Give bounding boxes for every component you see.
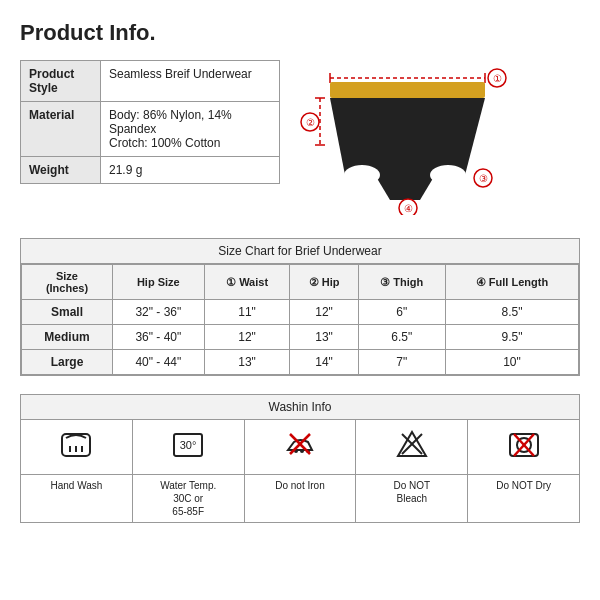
product-info-label: Weight bbox=[21, 157, 101, 184]
product-info-value: 21.9 g bbox=[101, 157, 280, 184]
size-chart-header: ② Hip bbox=[290, 265, 358, 300]
size-chart-header: Size (Inches) bbox=[22, 265, 113, 300]
size-chart-container: Size Chart for Brief Underwear Size (Inc… bbox=[20, 238, 580, 376]
underwear-diagram: ① ② ③ ④ bbox=[300, 60, 510, 215]
svg-rect-5 bbox=[330, 82, 485, 98]
wash-label: Do not Iron bbox=[245, 475, 357, 522]
svg-marker-7 bbox=[375, 175, 435, 200]
size-value: 12" bbox=[290, 300, 358, 325]
size-chart-row: Small32" - 36"11"12"6"8.5" bbox=[22, 300, 579, 325]
svg-text:30°: 30° bbox=[180, 439, 197, 451]
top-section: Product StyleSeamless Breif UnderwearMat… bbox=[20, 60, 580, 220]
size-label: Large bbox=[22, 350, 113, 375]
size-chart-row: Medium36" - 40"12"13"6.5"9.5" bbox=[22, 325, 579, 350]
size-value: 9.5" bbox=[445, 325, 578, 350]
wash-info-container: Washin Info 30° bbox=[20, 394, 580, 523]
size-value: 40" - 44" bbox=[112, 350, 204, 375]
wash-label: Water Temp. 30C or 65-85F bbox=[133, 475, 245, 522]
wash-label: Do NOT Bleach bbox=[356, 475, 468, 522]
size-chart-table: Size (Inches)Hip Size① Waist② Hip③ Thigh… bbox=[21, 264, 579, 375]
size-label: Small bbox=[22, 300, 113, 325]
wash-icon-no-bleach bbox=[356, 420, 468, 474]
svg-text:②: ② bbox=[306, 117, 315, 128]
svg-text:③: ③ bbox=[479, 173, 488, 184]
size-value: 36" - 40" bbox=[112, 325, 204, 350]
diagram-area: ① ② ③ ④ bbox=[300, 60, 520, 220]
product-info-value: Seamless Breif Underwear bbox=[101, 61, 280, 102]
svg-marker-6 bbox=[330, 98, 485, 175]
size-value: 13" bbox=[204, 350, 290, 375]
wash-icon-no-iron bbox=[245, 420, 357, 474]
svg-text:④: ④ bbox=[404, 203, 413, 214]
size-value: 12" bbox=[204, 325, 290, 350]
size-value: 6.5" bbox=[358, 325, 445, 350]
size-value: 32" - 36" bbox=[112, 300, 204, 325]
wash-icon-temp: 30° bbox=[133, 420, 245, 474]
size-value: 7" bbox=[358, 350, 445, 375]
size-chart-header: ④ Full Length bbox=[445, 265, 578, 300]
product-info-label: Material bbox=[21, 102, 101, 157]
svg-point-8 bbox=[344, 165, 380, 185]
size-value: 14" bbox=[290, 350, 358, 375]
size-chart-header: Hip Size bbox=[112, 265, 204, 300]
page-title: Product Info. bbox=[20, 20, 580, 46]
size-chart-row: Large40" - 44"13"14"7"10" bbox=[22, 350, 579, 375]
svg-point-9 bbox=[430, 165, 466, 185]
size-chart-header: ① Waist bbox=[204, 265, 290, 300]
size-value: 10" bbox=[445, 350, 578, 375]
size-value: 13" bbox=[290, 325, 358, 350]
wash-label: Do NOT Dry bbox=[468, 475, 579, 522]
size-value: 6" bbox=[358, 300, 445, 325]
size-value: 11" bbox=[204, 300, 290, 325]
size-chart-title: Size Chart for Brief Underwear bbox=[21, 239, 579, 264]
product-info-table: Product StyleSeamless Breif UnderwearMat… bbox=[20, 60, 280, 184]
wash-icons-row: 30° bbox=[21, 420, 579, 474]
wash-info-title: Washin Info bbox=[21, 395, 579, 420]
wash-label: Hand Wash bbox=[21, 475, 133, 522]
wash-icon-hand bbox=[21, 420, 133, 474]
size-label: Medium bbox=[22, 325, 113, 350]
size-chart-header: ③ Thigh bbox=[358, 265, 445, 300]
svg-text:①: ① bbox=[493, 73, 502, 84]
wash-labels-row: Hand WashWater Temp. 30C or 65-85FDo not… bbox=[21, 474, 579, 522]
wash-icon-no-dry bbox=[468, 420, 579, 474]
size-value: 8.5" bbox=[445, 300, 578, 325]
product-info-value: Body: 86% Nylon, 14% Spandex Crotch: 100… bbox=[101, 102, 280, 157]
product-info-label: Product Style bbox=[21, 61, 101, 102]
svg-point-23 bbox=[300, 449, 304, 453]
